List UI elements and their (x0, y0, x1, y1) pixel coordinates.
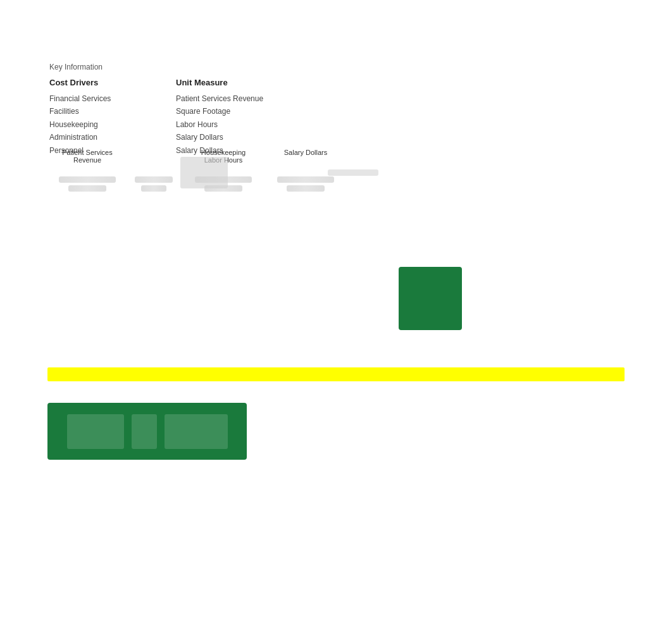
unit-measure-column: Unit Measure Patient Services Revenue Sq… (176, 78, 264, 157)
green-bottom-panel (47, 403, 247, 460)
unit-measure-header: Unit Measure (176, 78, 264, 87)
unit-measure-salary-dollars-1: Salary Dollars (176, 131, 264, 144)
cost-driver-financial-services: Financial Services (49, 92, 138, 105)
cost-drivers-column: Cost Drivers Financial Services Faciliti… (49, 78, 138, 157)
col-header-spacer (125, 149, 182, 164)
blurred-value (59, 176, 116, 183)
cost-driver-facilities: Facilities (49, 105, 138, 118)
unit-measure-patient-services: Patient Services Revenue (176, 92, 264, 105)
panel-block-icon (132, 414, 157, 449)
panel-block-1 (67, 414, 124, 449)
blurred-value (141, 185, 166, 192)
gray-card-placeholder (180, 157, 228, 188)
unit-measure-square-footage: Square Footage (176, 105, 264, 118)
cost-drivers-header: Cost Drivers (49, 78, 138, 87)
key-information-label: Key Information (49, 63, 264, 71)
col-header-patient-services: Patient Services Revenue (49, 149, 125, 164)
panel-block-text (165, 414, 228, 449)
green-square-button[interactable] (399, 267, 462, 330)
cost-drivers-section: Cost Drivers Financial Services Faciliti… (49, 78, 264, 157)
cost-driver-administration: Administration (49, 131, 138, 144)
blurred-value (287, 185, 325, 192)
data-cell (125, 176, 182, 192)
blurred-value (135, 176, 173, 183)
cost-driver-housekeeping: Housekeeping (49, 118, 138, 131)
page-container: Key Information Cost Drivers Financial S… (0, 0, 672, 633)
key-information-section: Key Information Cost Drivers Financial S… (49, 63, 264, 157)
unit-measure-labor-hours: Labor Hours (176, 118, 264, 131)
blurred-value (68, 185, 106, 192)
salary-blurred-line (328, 169, 378, 176)
salary-dollars-box (323, 157, 383, 188)
data-cell (49, 176, 125, 192)
yellow-highlight-bar (47, 367, 625, 381)
